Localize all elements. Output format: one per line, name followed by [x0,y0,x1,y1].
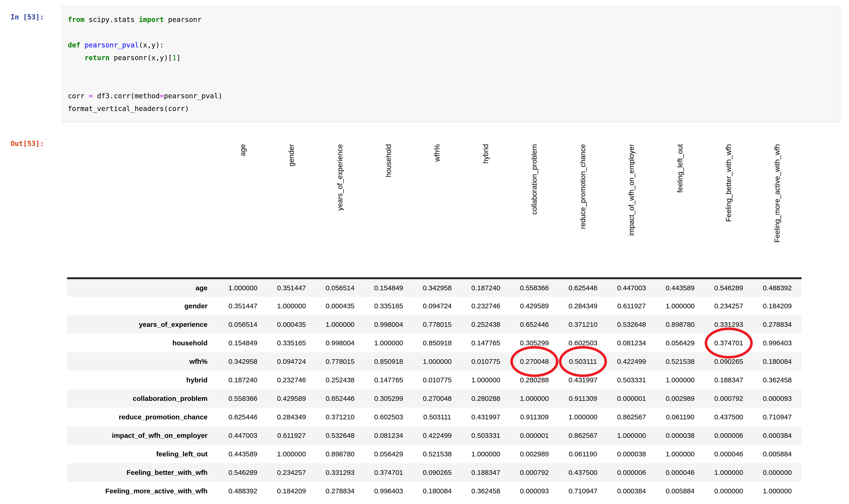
code-line: corr = df3.corr(method=pearsonr_pval) [68,90,835,102]
row-label-reduce_promotion_chance: reduce_promotion_chance [67,408,219,426]
output-cell: Out[53]: agegenderyears_of_experiencehou… [0,134,849,500]
table-cell: 0.911309 [510,408,559,426]
table-cell: 0.447003 [607,278,656,297]
table-row: impact_of_wfh_on_employer0.4470030.61192… [67,426,801,445]
table-cell: 0.652446 [510,315,559,334]
table-cell: 0.862567 [607,408,656,426]
code-token: scipy.stats [85,16,139,23]
column-header-collaboration_problem: collaboration_problem [510,134,559,278]
table-cell: 1.000000 [753,482,801,500]
table-cell: 1.000000 [656,371,704,389]
table-cell: 0.147765 [462,334,510,352]
table-cell: 0.000046 [656,463,704,482]
column-header-label: impact_of_wfh_on_employer [607,144,656,236]
table-cell: 1.000000 [510,389,559,408]
column-header-Feeling_better_with_wfh: Feeling_better_with_wfh [704,134,753,278]
table-cell: 0.000093 [510,482,559,500]
table-cell: 0.090265 [413,463,462,482]
code-token: pearsonr_pval [85,41,139,49]
table-cell: 0.431997 [462,408,510,426]
table-row: years_of_experience0.0565140.0004351.000… [67,315,801,334]
table-cell: 0.374701 [704,334,753,352]
table-cell: 0.342958 [413,278,462,297]
table-cell: 0.000792 [510,463,559,482]
column-header-label: hybrid [462,144,510,163]
table-cell: 0.488392 [753,278,801,297]
table-cell: 1.000000 [559,408,607,426]
table-cell: 0.488392 [219,482,267,500]
table-cell: 0.443589 [656,278,704,297]
column-header-label: reduce_promotion_chance [559,144,607,229]
table-cell: 0.996403 [753,334,801,352]
table-cell: 0.147765 [364,371,413,389]
table-cell: 0.443589 [219,445,267,463]
table-cell: 0.503111 [559,352,607,371]
table-cell: 0.056514 [316,278,364,297]
code-token: pearsonr_pval) [164,92,222,100]
table-cell: 0.335165 [364,297,413,315]
table-cell: 0.503331 [607,371,656,389]
code-token: pearsonr(x,y)[ [110,54,172,62]
table-cell: 0.270048 [413,389,462,408]
table-cell: 0.342958 [219,352,267,371]
table-cell: 0.081234 [607,334,656,352]
code-line [68,26,835,39]
table-cell: 0.422499 [607,352,656,371]
column-header-label: age [219,144,267,156]
table-cell: 0.351447 [267,278,316,297]
code-token: from [68,16,85,23]
code-line: from scipy.stats import pearsonr [68,13,835,26]
table-cell: 0.611927 [267,426,316,445]
table-cell: 0.002989 [510,445,559,463]
table-cell: 0.000435 [267,315,316,334]
code-editor[interactable]: from scipy.stats import pearsonr def pea… [62,6,840,122]
table-cell: 0.558366 [219,389,267,408]
table-cell: 1.000000 [267,297,316,315]
column-header-label: collaboration_problem [510,144,559,215]
table-cell: 1.000000 [462,371,510,389]
table-cell: 1.000000 [656,297,704,315]
table-cell: 0.374701 [364,463,413,482]
table-cell: 0.000384 [753,426,801,445]
table-cell: 0.602503 [364,408,413,426]
table-cell: 1.000000 [607,426,656,445]
table-row: Feeling_more_active_with_wfh0.4883920.18… [67,482,801,500]
table-cell: 0.000000 [704,482,753,500]
table-cell: 0.184209 [753,297,801,315]
table-header: agegenderyears_of_experiencehouseholdwfh… [67,134,801,278]
input-cell: In [53]: from scipy.stats import pearson… [0,0,849,122]
table-cell: 0.056514 [219,315,267,334]
table-cell: 0.335165 [267,334,316,352]
code-token: def [68,41,80,49]
code-token: = [89,92,93,100]
table-cell: 0.602503 [559,334,607,352]
table-cell: 0.005884 [753,445,801,463]
table-cell: 0.188347 [462,463,510,482]
table-cell: 0.056429 [656,334,704,352]
table-cell: 0.000792 [704,389,753,408]
table-cell: 1.000000 [413,352,462,371]
table-cell: 0.000000 [753,463,801,482]
table-row: gender0.3514471.0000000.0004350.3351650.… [67,297,801,315]
table-cell: 0.305299 [510,334,559,352]
table-cell: 0.154849 [219,334,267,352]
row-label-Feeling_better_with_wfh: Feeling_better_with_wfh [67,463,219,482]
column-header-hybrid: hybrid [462,134,510,278]
table-cell: 0.234257 [267,463,316,482]
code-token: = [160,92,164,100]
column-header-household: household [364,134,413,278]
table-cell: 0.000001 [607,389,656,408]
column-header-age: age [219,134,267,278]
table-cell: 0.532648 [316,426,364,445]
table-cell: 0.305299 [364,389,413,408]
row-label-hybrid: hybrid [67,371,219,389]
table-cell: 0.000093 [753,389,801,408]
table-cell: 0.521538 [656,352,704,371]
column-header-label: feeling_left_out [656,144,704,193]
table-cell: 0.000006 [704,426,753,445]
table-cell: 0.000038 [607,445,656,463]
table-cell: 1.000000 [656,445,704,463]
table-cell: 0.232746 [267,371,316,389]
table-cell: 0.503331 [462,426,510,445]
row-label-Feeling_more_active_with_wfh: Feeling_more_active_with_wfh [67,482,219,500]
